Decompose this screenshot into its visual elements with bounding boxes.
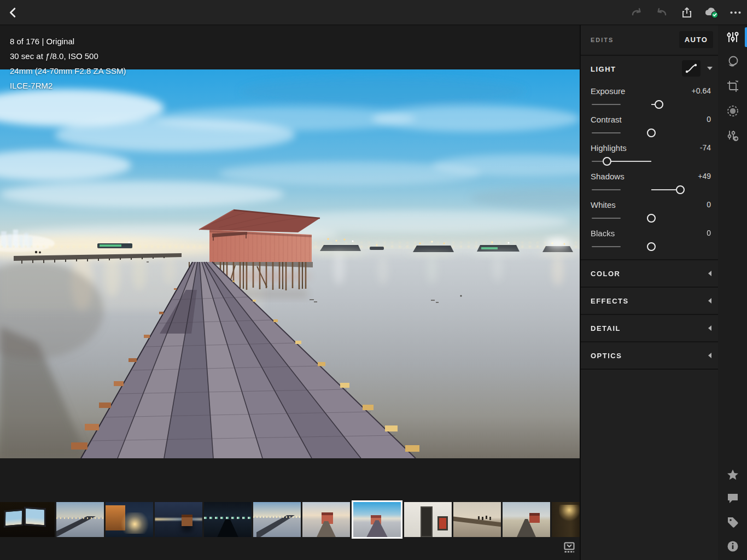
chevron-left-icon (708, 353, 711, 358)
slider-rail (592, 132, 621, 133)
section-label: COLOR (591, 270, 620, 278)
section-label: DETAIL (591, 324, 621, 332)
comment-button[interactable] (722, 488, 744, 508)
edit-panel: EDITS AUTO LIGHT Exposure +0.64 (580, 25, 718, 560)
thumbnail-night-pier-teal-lights[interactable] (204, 502, 252, 537)
light-section-header[interactable]: LIGHT (581, 56, 718, 81)
photo-stage: 8 of 176 | Original 30 sec at ƒ/8.0, ISO… (0, 25, 580, 560)
section-effects[interactable]: EFFECTS (581, 288, 718, 314)
cloud-sync-button[interactable] (701, 0, 722, 25)
section-color[interactable]: COLOR (581, 260, 718, 287)
thumbnail-dusk-jetty-blue[interactable] (253, 502, 301, 537)
photo-exposure-label: 30 sec at ƒ/8.0, ISO 500 (10, 49, 126, 63)
more-menu-button[interactable] (726, 0, 745, 25)
star-rating-button[interactable] (722, 465, 744, 485)
slider-highlights: Highlights -74 (581, 140, 718, 168)
section-optics[interactable]: OPTICS (581, 342, 718, 369)
slider-value: +0.64 (692, 86, 711, 96)
slider-contrast: Contrast 0 (581, 112, 718, 140)
slider-knob[interactable] (676, 185, 685, 194)
slider-rail (592, 246, 621, 247)
slider-label: Blacks (591, 229, 615, 238)
masking-tool[interactable] (722, 101, 744, 121)
info-button[interactable] (722, 536, 744, 556)
crop-rotate-icon (726, 80, 739, 93)
share-icon (680, 6, 693, 19)
slider-fill (607, 161, 651, 162)
thumbnail-two-tablet-screens[interactable] (0, 502, 55, 537)
info-icon (726, 540, 739, 553)
slider-track[interactable] (592, 129, 711, 137)
section-detail[interactable]: DETAIL (581, 315, 718, 341)
thumbnail-dawn-jetty-red-hut[interactable] (302, 502, 350, 537)
slider-knob[interactable] (647, 242, 656, 251)
slider-head: Exposure +0.64 (591, 86, 711, 96)
edit-sliders-tool[interactable] (722, 27, 744, 47)
slider-track[interactable] (592, 243, 711, 250)
filmstrip (0, 500, 580, 539)
edit-panel-header: EDITS AUTO (581, 25, 718, 55)
slider-track[interactable] (592, 101, 711, 108)
slider-head: Highlights -74 (591, 143, 711, 153)
slider-blacks: Blacks 0 (581, 225, 718, 254)
slider-head: Shadows +49 (591, 172, 711, 181)
crop-tool[interactable] (722, 77, 744, 96)
masking-icon (726, 104, 739, 118)
slider-value: -74 (700, 143, 711, 153)
slider-track[interactable] (592, 158, 711, 165)
collapse-filmstrip-button[interactable] (561, 540, 577, 556)
tag-icon (726, 516, 739, 529)
thumbnail-night-orange-building[interactable] (106, 502, 153, 537)
undo-button[interactable] (653, 0, 670, 25)
comment-icon (726, 492, 739, 505)
thumbnail-blue-sky-jetty-red-hut[interactable] (352, 500, 402, 539)
slider-label: Highlights (591, 143, 627, 153)
auto-button[interactable]: AUTO (679, 31, 713, 48)
profiles-icon (726, 55, 739, 68)
thumbnail-sepia-pier-people[interactable] (453, 502, 501, 537)
slider-value: 0 (707, 200, 711, 209)
light-title: LIGHT (591, 65, 616, 73)
slider-label: Contrast (591, 115, 622, 124)
thumbnail-dusk-jetty[interactable] (56, 502, 104, 537)
slider-value: 0 (707, 115, 711, 124)
thumbnail-night-pier-hut[interactable] (155, 502, 202, 537)
slider-knob[interactable] (647, 129, 656, 137)
lightroom-app: 8 of 176 | Original 30 sec at ƒ/8.0, ISO… (0, 0, 747, 560)
profiles-tool[interactable] (722, 52, 744, 72)
keyword-tag-button[interactable] (722, 512, 744, 532)
share-button[interactable] (678, 0, 696, 25)
slider-rail (592, 189, 621, 190)
back-button[interactable] (3, 0, 23, 25)
tool-rail (718, 25, 747, 560)
photo-canvas[interactable] (0, 69, 580, 458)
redo-button[interactable] (628, 0, 645, 25)
slider-head: Contrast 0 (591, 115, 711, 124)
tone-curve-icon (682, 60, 701, 77)
slider-value: +49 (698, 172, 711, 181)
slider-rail (592, 104, 621, 105)
section-label: EFFECTS (591, 297, 629, 305)
light-sliders: Exposure +0.64 Contrast 0 Highlights -74 (581, 81, 718, 259)
chevron-left-icon (708, 298, 711, 304)
divider (581, 369, 718, 370)
slider-knob[interactable] (647, 214, 656, 223)
thumbnail-white-building-facade[interactable] (404, 502, 452, 537)
slider-label: Exposure (591, 86, 625, 96)
photo-index-label: 8 of 176 | Original (10, 34, 126, 49)
star-icon (726, 468, 739, 481)
slider-knob[interactable] (603, 157, 611, 166)
slider-track[interactable] (592, 186, 711, 194)
cloud-synced-icon (703, 5, 720, 20)
presets-tool[interactable] (722, 126, 744, 145)
slider-whites: Whites 0 (581, 197, 718, 225)
slider-shadows: Shadows +49 (581, 168, 718, 197)
photo-info-overlay: 8 of 176 | Original 30 sec at ƒ/8.0, ISO… (10, 34, 126, 93)
slider-track[interactable] (592, 214, 711, 222)
slider-knob[interactable] (655, 100, 663, 109)
tone-curve-button[interactable] (682, 60, 701, 77)
chevron-down-icon[interactable] (707, 67, 713, 70)
thumbnail-street-scene-cut[interactable] (552, 502, 580, 537)
collapse-filmstrip-icon (562, 540, 576, 555)
thumbnail-day-jetty-red-hut[interactable] (503, 502, 550, 537)
